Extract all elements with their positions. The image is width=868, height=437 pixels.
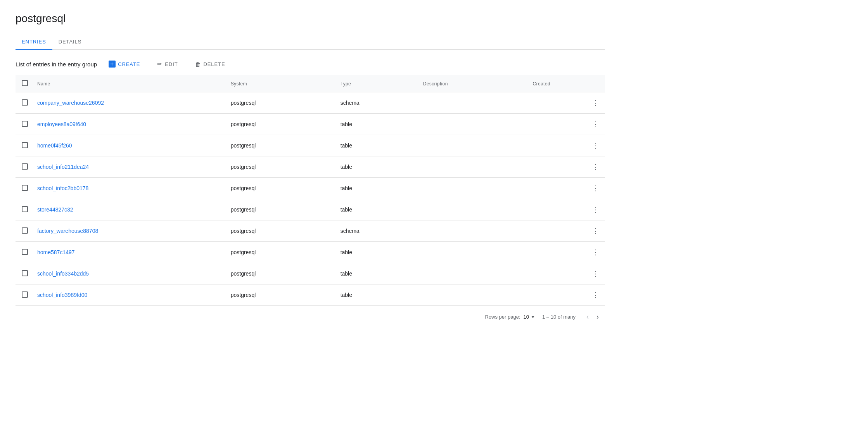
header-actions: [583, 75, 605, 92]
entry-name-link[interactable]: employees8a09f640: [37, 121, 86, 127]
row-checkbox[interactable]: [22, 99, 28, 106]
toolbar: List of entries in the entry group + CRE…: [16, 50, 605, 75]
header-name: Name: [31, 75, 225, 92]
entries-table: Name System Type Description Created com…: [16, 75, 605, 306]
row-checkbox[interactable]: [22, 163, 28, 170]
row-more-button[interactable]: ⋮: [589, 246, 602, 258]
row-more-button[interactable]: ⋮: [589, 289, 602, 301]
entry-name-link[interactable]: factory_warehouse88708: [37, 228, 98, 234]
prev-page-button[interactable]: ‹: [583, 311, 592, 323]
row-type: table: [334, 178, 417, 199]
create-label: CREATE: [118, 61, 140, 67]
row-type: table: [334, 114, 417, 135]
chevron-down-icon: [531, 316, 534, 318]
entry-name-link[interactable]: school_info3989fd00: [37, 292, 87, 298]
row-more-button[interactable]: ⋮: [589, 161, 602, 173]
row-checkbox-cell: [16, 178, 31, 199]
row-checkbox[interactable]: [22, 291, 28, 298]
row-checkbox-cell: [16, 284, 31, 306]
select-all-checkbox[interactable]: [22, 80, 28, 86]
table-row: school_info334b2dd5 postgresql table ⋮: [16, 263, 605, 284]
create-button[interactable]: + CREATE: [103, 57, 145, 71]
row-description: [417, 114, 527, 135]
row-system: postgresql: [225, 220, 334, 242]
row-system: postgresql: [225, 156, 334, 178]
row-more-button[interactable]: ⋮: [589, 182, 602, 194]
rows-per-page-label: Rows per page:: [485, 314, 520, 320]
header-system: System: [225, 75, 334, 92]
toolbar-title: List of entries in the entry group: [16, 61, 97, 68]
page-container: postgresql ENTRIES DETAILS List of entri…: [0, 0, 621, 328]
table-row: home587c1497 postgresql table ⋮: [16, 242, 605, 263]
header-created: Created: [527, 75, 583, 92]
entry-name-link[interactable]: home0f45f260: [37, 142, 72, 149]
entry-name-link[interactable]: home587c1497: [37, 249, 75, 255]
table-header-row: Name System Type Description Created: [16, 75, 605, 92]
edit-button[interactable]: ✏ EDIT: [152, 57, 183, 71]
row-system: postgresql: [225, 178, 334, 199]
row-more-button[interactable]: ⋮: [589, 268, 602, 279]
pagination-info: 1 – 10 of many: [542, 314, 576, 320]
row-description: [417, 220, 527, 242]
entry-name-link[interactable]: school_info211dea24: [37, 164, 89, 170]
row-name: employees8a09f640: [31, 114, 225, 135]
row-actions-cell: ⋮: [583, 114, 605, 135]
entry-name-link[interactable]: school_infoc2bb0178: [37, 185, 88, 191]
row-checkbox-cell: [16, 242, 31, 263]
row-name: factory_warehouse88708: [31, 220, 225, 242]
plus-icon: +: [109, 61, 116, 68]
table-row: home0f45f260 postgresql table ⋮: [16, 135, 605, 156]
row-checkbox[interactable]: [22, 227, 28, 234]
table-row: employees8a09f640 postgresql table ⋮: [16, 114, 605, 135]
row-description: [417, 263, 527, 284]
row-system: postgresql: [225, 92, 334, 114]
delete-button[interactable]: 🗑 DELETE: [190, 58, 231, 71]
row-name: school_info211dea24: [31, 156, 225, 178]
table-footer: Rows per page: 10 1 – 10 of many ‹ ›: [16, 306, 605, 328]
row-name: company_warehouse26092: [31, 92, 225, 114]
row-checkbox[interactable]: [22, 270, 28, 276]
row-more-button[interactable]: ⋮: [589, 97, 602, 109]
row-created: [527, 220, 583, 242]
entry-name-link[interactable]: company_warehouse26092: [37, 100, 104, 106]
row-checkbox[interactable]: [22, 142, 28, 148]
row-description: [417, 135, 527, 156]
row-checkbox-cell: [16, 114, 31, 135]
row-more-button[interactable]: ⋮: [589, 225, 602, 237]
rows-per-page-select[interactable]: 10: [524, 314, 534, 320]
table-row: company_warehouse26092 postgresql schema…: [16, 92, 605, 114]
row-checkbox[interactable]: [22, 121, 28, 127]
row-checkbox[interactable]: [22, 206, 28, 212]
row-more-button[interactable]: ⋮: [589, 204, 602, 215]
row-type: table: [334, 135, 417, 156]
row-created: [527, 242, 583, 263]
row-created: [527, 135, 583, 156]
row-created: [527, 114, 583, 135]
row-checkbox-cell: [16, 135, 31, 156]
row-more-button[interactable]: ⋮: [589, 118, 602, 130]
tab-entries[interactable]: ENTRIES: [16, 34, 52, 49]
edit-icon: ✏: [157, 61, 163, 68]
entry-name-link[interactable]: school_info334b2dd5: [37, 271, 89, 277]
header-description: Description: [417, 75, 527, 92]
row-actions-cell: ⋮: [583, 242, 605, 263]
rows-per-page-value: 10: [524, 314, 529, 320]
row-system: postgresql: [225, 199, 334, 220]
row-type: table: [334, 199, 417, 220]
pagination-nav: ‹ ›: [583, 311, 602, 323]
row-checkbox-cell: [16, 156, 31, 178]
next-page-button[interactable]: ›: [593, 311, 602, 323]
row-description: [417, 199, 527, 220]
table-row: store44827c32 postgresql table ⋮: [16, 199, 605, 220]
delete-label: DELETE: [203, 61, 225, 67]
entry-name-link[interactable]: store44827c32: [37, 206, 73, 213]
row-description: [417, 284, 527, 306]
row-checkbox-cell: [16, 199, 31, 220]
row-checkbox[interactable]: [22, 185, 28, 191]
row-description: [417, 242, 527, 263]
row-name: home0f45f260: [31, 135, 225, 156]
row-checkbox[interactable]: [22, 249, 28, 255]
tab-details[interactable]: DETAILS: [52, 34, 88, 49]
row-type: schema: [334, 220, 417, 242]
row-more-button[interactable]: ⋮: [589, 140, 602, 151]
